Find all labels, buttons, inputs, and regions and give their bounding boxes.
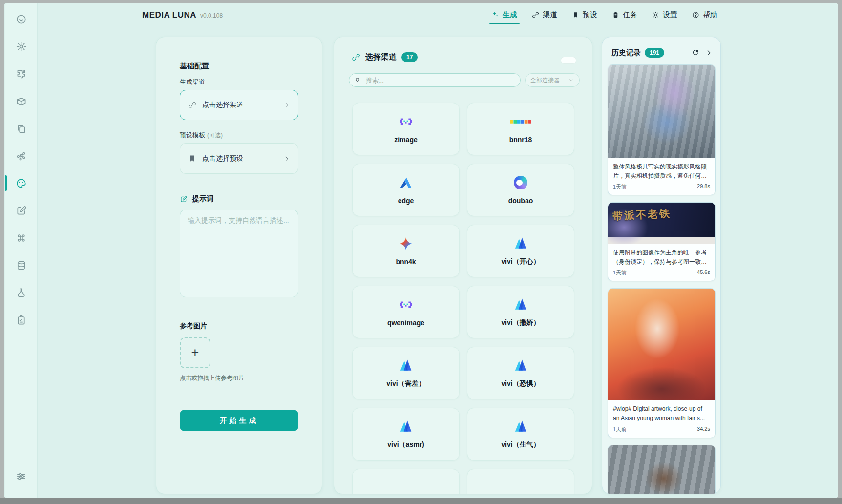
box-icon [16,96,27,107]
sidebar-item-network[interactable] [12,147,30,165]
pixel-braces-icon [399,114,413,129]
upload-hint: 点击或拖拽上传参考图片 [180,374,298,382]
sidebar-bottom [5,467,37,485]
nav-settings[interactable]: 设置 [652,3,677,27]
channel-card-zimage[interactable]: zimage [352,103,460,155]
history-caption: 整体风格极其写实的现实摄影风格照片，真实相机拍摄质感，避免任何 2... [608,158,715,182]
channel-panel-header: 选择渠道 17 [334,37,592,64]
clipboard-check-icon [16,315,27,326]
sidebar-item-copy[interactable] [12,119,30,138]
nav-label: 帮助 [703,10,717,20]
preset-label: 预设模板 [180,131,205,139]
nav-generate[interactable]: 生成 [492,3,517,27]
puzzle-icon [16,68,27,80]
nav-label: 预设 [583,10,597,20]
flask-icon [16,287,27,298]
pen-square-icon [16,205,27,216]
channel-card-partial[interactable] [352,469,460,494]
channel-card-bnnr18[interactable]: bnnr18 [467,103,574,155]
history-actions [692,49,713,57]
upload-reference-box[interactable]: + [180,337,210,368]
channel-card-vivi（害羞）[interactable]: vivi（害羞） [352,347,460,399]
nav-label: 渠道 [543,10,557,20]
bookmark-icon [572,11,579,19]
mountain-icon [513,419,528,434]
mountain-icon [513,297,528,312]
generate-button[interactable]: 开始生成 [180,410,298,431]
chevron-right-icon [283,155,290,162]
bookmark-icon [188,154,196,163]
channel-card-vivi（开心）[interactable]: vivi（开心） [467,225,574,277]
history-count-badge: 191 [645,48,664,58]
channel-name: vivi（害羞） [386,379,425,388]
history-list: 整体风格极其写实的现实摄影风格照片，真实相机拍摄质感，避免任何 2...1天前2… [602,59,720,494]
nav-channels[interactable]: 渠道 [532,3,557,27]
history-meta: 1天前29.8s [608,182,715,195]
channel-grid: zimagebnnr18edgedoubaobnn4kvivi（开心）qweni… [334,87,592,494]
history-time: 1天前 [613,183,627,190]
channel-card-vivi（撒娇）[interactable]: vivi（撒娇） [467,286,574,338]
mountain-icon [399,419,413,434]
history-meta: 1天前34.2s [608,424,715,438]
connector-filter-select[interactable]: 全部连接器 [525,73,580,87]
prompt-label-row: 提示词 [180,194,298,204]
sidebar-item-lab[interactable] [12,283,30,302]
channel-card-vivi（恐惧）[interactable]: vivi（恐惧） [467,347,574,399]
sidebar-item-preferences[interactable] [12,467,30,485]
channel-card-vivi（asmr)[interactable]: vivi（asmr) [352,408,460,461]
preset-select-box[interactable]: 点击选择预设 [180,143,298,174]
history-item-2[interactable]: 带派不老铁使用附带的图像作为主角的唯一参考（身份锁定），保持与参考图一致的...… [608,202,716,281]
link-icon [188,101,196,109]
history-duration: 34.2s [697,426,710,433]
doubao-swirl-icon [514,175,527,190]
history-item-4[interactable] [608,445,716,494]
channel-card-edge[interactable]: edge [352,164,460,216]
command-icon [16,232,27,244]
sparkles-icon [492,11,499,19]
channel-panel-title: 选择渠道 [365,52,397,63]
history-item-1[interactable]: 整体风格极其写实的现实摄影风格照片，真实相机拍摄质感，避免任何 2...1天前2… [608,64,716,195]
gear-icon [652,11,659,19]
channel-card-qwenimage[interactable]: qwenimage [352,286,460,338]
channel-card-vivi（生气）[interactable]: vivi（生气） [467,408,574,461]
channel-card-doubao[interactable]: doubao [467,164,574,216]
history-title: 历史记录 [611,48,641,58]
nav-presets[interactable]: 预设 [572,3,597,27]
sidebar-item-database[interactable] [12,256,30,274]
nav-help[interactable]: 帮助 [692,3,717,27]
sidebar-item-editor[interactable] [12,201,30,220]
channel-card-partial[interactable] [467,469,574,494]
channel-search-box [349,73,521,87]
reference-label: 参考图片 [180,322,298,331]
prompt-input[interactable] [180,210,298,297]
sidebar-item-palette[interactable] [12,174,30,192]
sidebar-item-command[interactable] [12,229,30,247]
preset-label-row: 预设模板(可选) [180,131,298,140]
sidebar-item-logo[interactable] [12,10,30,28]
sidebar-item-plugins[interactable] [12,64,30,83]
channel-name: bnnr18 [509,136,532,144]
channel-select-box[interactable]: 点击选择渠道 [180,90,298,120]
history-time: 1天前 [613,269,627,276]
mountain-icon [513,236,528,251]
sidebar-item-packages[interactable] [12,92,30,110]
refresh-icon[interactable] [692,49,699,57]
pixel-braces-icon [399,297,413,312]
sidebar-item-settings[interactable] [12,37,30,56]
app-version: v0.0.108 [200,12,223,19]
sidebar-list [5,10,37,329]
channel-count-badge: 17 [401,52,418,62]
channel-name: bnn4k [396,258,416,266]
history-item-3[interactable]: #wlop# Digital artwork, close-up of an A… [608,288,716,438]
history-duration: 45.6s [697,269,710,276]
channel-select-placeholder: 点击选择渠道 [202,101,243,109]
plus-icon: + [191,345,199,360]
compact-toggle[interactable] [561,57,576,64]
mountain-icon [399,358,413,373]
chevron-right-icon[interactable] [705,49,713,57]
sidebar-item-checklist[interactable] [12,311,30,329]
history-duration: 29.8s [697,183,710,190]
channel-card-bnn4k[interactable]: bnn4k [352,225,460,277]
search-input[interactable] [365,76,515,84]
nav-tasks[interactable]: 任务 [612,3,637,27]
